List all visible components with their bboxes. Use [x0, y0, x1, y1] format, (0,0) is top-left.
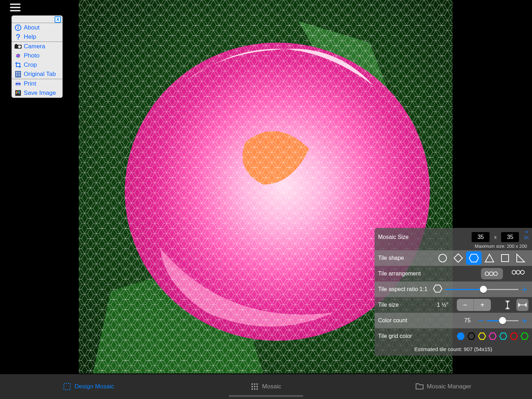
- mosaic-height-input[interactable]: 35: [501, 232, 519, 242]
- menu-close-button[interactable]: X: [55, 16, 61, 23]
- color-count-value: 75: [464, 317, 471, 324]
- arrangement-horizontal-button[interactable]: [481, 268, 503, 279]
- shape-circle-button[interactable]: [435, 251, 450, 265]
- maximum-size-note: Maximum size: 200 x 200: [375, 244, 532, 250]
- menu-item-help[interactable]: Help: [12, 32, 62, 42]
- svg-marker-47: [485, 272, 489, 275]
- tile-dimension-height-button[interactable]: [501, 299, 514, 311]
- svg-marker-44: [485, 254, 494, 262]
- svg-rect-14: [15, 44, 17, 45]
- menu-item-crop[interactable]: Crop: [12, 60, 62, 70]
- svg-rect-67: [64, 383, 70, 390]
- menu-item-label: Save Image: [24, 89, 56, 97]
- tab-mosaic-manager[interactable]: Mosaic Manager: [355, 383, 532, 390]
- tile-arrangement-selector: [481, 268, 528, 279]
- svg-rect-25: [16, 73, 17, 75]
- collapse-panel-button[interactable]: ⌄: [523, 226, 530, 235]
- grid-color-option[interactable]: [510, 332, 518, 340]
- grid-color-option[interactable]: [478, 332, 486, 340]
- aspect-ratio-slider[interactable]: [445, 286, 519, 293]
- tile-shape-label: Tile shape: [378, 255, 404, 261]
- shape-square-button[interactable]: [497, 251, 513, 265]
- mosaic-settings-panel: ⌄ Mosaic Size 35 x 35 in Maximum size: 2…: [375, 228, 532, 356]
- tile-arrangement-label: Tile arrangement: [378, 270, 421, 277]
- grid-color-option[interactable]: [521, 332, 528, 340]
- svg-marker-49: [493, 272, 498, 275]
- menu-item-camera[interactable]: Camera: [12, 42, 62, 51]
- mosaic-icon: [251, 383, 259, 390]
- svg-rect-70: [256, 383, 258, 385]
- aspect-hexagon-icon: [433, 284, 442, 294]
- svg-rect-27: [19, 73, 20, 75]
- svg-marker-50: [512, 270, 516, 274]
- color-count-decrease-button[interactable]: −: [477, 317, 485, 324]
- grid-color-option[interactable]: [457, 332, 465, 340]
- svg-rect-45: [501, 255, 509, 262]
- tile-size-stepper: − +: [457, 299, 491, 311]
- svg-rect-37: [19, 91, 20, 92]
- tile-grid-color-label: Tile grid color: [378, 333, 412, 339]
- hamburger-menu-button[interactable]: [10, 4, 21, 11]
- tab-label: Design Mosaic: [74, 383, 114, 390]
- menu-item-photo[interactable]: Photo: [12, 51, 62, 60]
- bottom-tab-bar: Design Mosaic Mosaic Mosaic Manager: [0, 374, 532, 399]
- svg-marker-64: [500, 333, 507, 339]
- menu-item-label: Photo: [24, 52, 39, 59]
- svg-marker-48: [489, 272, 493, 275]
- svg-rect-10: [18, 27, 18, 29]
- tile-size-label: Tile size: [378, 302, 399, 308]
- grid-color-option[interactable]: [467, 332, 475, 340]
- shape-triangle-button[interactable]: [482, 251, 497, 265]
- svg-rect-29: [18, 75, 19, 76]
- unit-toggle[interactable]: in: [524, 234, 528, 240]
- color-count-slider[interactable]: [487, 317, 519, 324]
- grid-color-option[interactable]: [499, 332, 507, 340]
- tab-label: Mosaic Manager: [427, 383, 471, 390]
- shape-right-triangle-button[interactable]: [513, 251, 528, 265]
- shape-hexagon-button[interactable]: [466, 251, 482, 265]
- tab-mosaic[interactable]: Mosaic: [177, 383, 355, 390]
- color-count-increase-button[interactable]: +: [521, 317, 528, 324]
- tile-size-value: 1 ½": [437, 302, 448, 308]
- main-menu: X About Help Camera: [11, 15, 63, 98]
- tab-design-mosaic[interactable]: Design Mosaic: [0, 383, 177, 390]
- menu-item-original-tab[interactable]: Original Tab: [12, 70, 62, 79]
- svg-rect-36: [17, 91, 18, 92]
- menu-item-about[interactable]: About: [12, 23, 62, 32]
- svg-rect-28: [16, 75, 17, 76]
- help-icon: [15, 33, 22, 40]
- svg-marker-52: [521, 270, 524, 274]
- svg-rect-71: [251, 386, 253, 387]
- tile-dimension-width-button[interactable]: [516, 299, 528, 311]
- tile-size-increase-button[interactable]: +: [474, 299, 491, 311]
- info-icon: [15, 24, 22, 31]
- print-icon: [15, 80, 22, 87]
- svg-point-9: [18, 26, 19, 27]
- svg-rect-40: [19, 92, 20, 93]
- grid-color-option[interactable]: [489, 332, 497, 340]
- arrangement-vertical-button[interactable]: [506, 268, 528, 279]
- estimated-tile-count: Estimated tile count: 907 (54x15): [375, 344, 532, 356]
- svg-marker-46: [517, 254, 525, 262]
- svg-rect-33: [17, 84, 20, 86]
- shape-diamond-button[interactable]: [450, 251, 466, 265]
- svg-rect-38: [16, 92, 17, 93]
- svg-rect-35: [16, 91, 17, 92]
- home-indicator: [229, 395, 303, 397]
- tab-label: Mosaic: [262, 383, 281, 390]
- svg-marker-51: [516, 270, 520, 274]
- grid-color-selector: [457, 332, 528, 340]
- menu-item-print[interactable]: Print: [12, 79, 62, 88]
- menu-item-label: Help: [24, 33, 36, 40]
- mosaic-width-input[interactable]: 35: [471, 232, 490, 242]
- svg-rect-76: [256, 388, 258, 390]
- svg-rect-75: [254, 388, 255, 390]
- svg-rect-69: [254, 383, 255, 385]
- menu-titlebar: X: [12, 16, 62, 23]
- menu-item-save-image[interactable]: Save Image: [12, 88, 62, 98]
- menu-item-label: Camera: [24, 43, 45, 50]
- tile-size-decrease-button[interactable]: −: [457, 299, 474, 311]
- svg-rect-32: [17, 81, 20, 83]
- crop-icon: [15, 61, 22, 69]
- aspect-ratio-increase-button[interactable]: +: [521, 286, 528, 293]
